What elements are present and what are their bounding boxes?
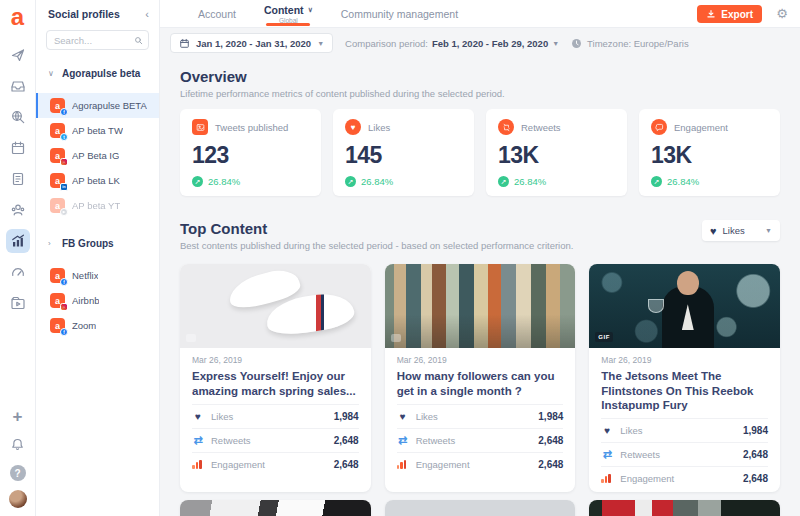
add-icon[interactable]: + <box>13 409 23 425</box>
clock-icon <box>571 38 582 49</box>
tab-account[interactable]: Account <box>184 0 250 27</box>
profile-ap-beta-tw[interactable]: AP beta TW <box>36 118 159 143</box>
search-input[interactable] <box>54 35 134 46</box>
profile-ap-beta-ig[interactable]: AP Beta IG <box>36 143 159 168</box>
youtube-badge-icon <box>60 208 68 216</box>
card-image-gatsby-gif: GIF <box>589 264 780 348</box>
trend-up-icon: ↗ <box>192 176 203 187</box>
profile-name: AP Beta IG <box>72 150 119 161</box>
chevron-down-icon: ∨ <box>48 69 55 78</box>
sort-by-dropdown[interactable]: ♥ Likes ▼ <box>702 220 780 241</box>
tab-content[interactable]: Content∨ Global <box>250 0 327 27</box>
card-title: The Jetsons Meet The Flintstones On This… <box>601 369 768 413</box>
metric-card-retweets: Retweets 13K ↗26.84% <box>486 109 627 196</box>
metric-change: 26.84% <box>514 176 546 187</box>
instagram-badge-icon <box>60 303 68 311</box>
power-reports-icon[interactable] <box>6 260 30 284</box>
overview-subtitle: Lifetime performance metrics of content … <box>180 88 780 99</box>
heart-icon: ♥ <box>601 425 613 436</box>
profile-ap-beta-yt[interactable]: AP beta YT <box>36 193 159 218</box>
profile-name: AP beta LK <box>72 175 120 186</box>
content-card-3[interactable]: GIF Mar 26, 2019 The Jetsons Meet The Fl… <box>589 264 780 492</box>
media-library-icon[interactable] <box>6 291 30 315</box>
stat-row-retweets: ⇄ Retweets 2,648 <box>192 428 359 452</box>
profile-group-agorapulse-beta[interactable]: ∨ Agorapulse beta <box>36 62 159 85</box>
help-icon[interactable]: ? <box>10 465 26 481</box>
trend-up-icon: ↗ <box>345 176 356 187</box>
photo-icon <box>192 119 208 135</box>
search-icon <box>134 35 143 46</box>
media-type-icon <box>391 334 401 342</box>
profile-search[interactable] <box>46 30 149 50</box>
report-topbar: Account Content∨ Global Community manage… <box>160 0 800 28</box>
tab-community-management[interactable]: Community management <box>327 0 472 27</box>
content-card-2[interactable]: Mar 26, 2019 How many followers can you … <box>385 264 576 492</box>
chevron-down-icon: ▼ <box>317 40 324 47</box>
heart-icon: ♥ <box>345 119 361 135</box>
report-content: Overview Lifetime performance metrics of… <box>160 58 800 516</box>
profile-avatar <box>50 98 65 113</box>
tab-label: Account <box>198 8 236 20</box>
content-card-6[interactable] <box>589 500 780 516</box>
main-panel: Account Content∨ Global Community manage… <box>160 0 800 516</box>
download-icon <box>706 9 716 19</box>
content-card-5[interactable] <box>385 500 576 516</box>
card-image-placeholder <box>385 500 576 516</box>
overview-metrics: Tweets published 123 ↗26.84% ♥ Likes 145… <box>180 109 780 196</box>
publishing-icon[interactable] <box>6 43 30 67</box>
instagram-badge-icon <box>60 158 68 166</box>
reports-icon[interactable] <box>6 229 30 253</box>
profile-name: Netflix <box>72 270 98 281</box>
date-range-picker[interactable]: Jan 1, 2020 - Jan 31, 2020 ▼ <box>170 33 333 53</box>
metric-change: 26.84% <box>361 176 393 187</box>
community-icon[interactable] <box>6 198 30 222</box>
calendar-icon[interactable] <box>6 136 30 160</box>
social-listening-icon[interactable] <box>6 105 30 129</box>
profile-group-fb-groups[interactable]: › FB Groups <box>36 232 159 255</box>
bar-chart-icon <box>397 460 409 469</box>
card-title: Express Yourself! Enjoy our amazing marc… <box>192 369 359 399</box>
content-card-1[interactable]: Mar 26, 2019 Express Yourself! Enjoy our… <box>180 264 371 492</box>
tab-label: Community management <box>341 8 458 20</box>
facebook-badge-icon <box>60 278 68 286</box>
gear-icon[interactable]: ⚙ <box>776 6 788 22</box>
card-image-grayscale <box>180 500 371 516</box>
comparison-period-select[interactable]: Comparison period: Feb 1, 2020 - Feb 29,… <box>345 38 559 49</box>
timezone-value: Europe/Paris <box>634 38 689 49</box>
profile-zoom[interactable]: Zoom <box>36 313 159 338</box>
inbox-icon[interactable] <box>6 74 30 98</box>
publishing-calendar-icon[interactable] <box>6 167 30 191</box>
group-label: Agorapulse beta <box>62 68 140 79</box>
top-content-title: Top Content <box>180 220 573 237</box>
user-avatar[interactable] <box>9 490 27 508</box>
content-card-4[interactable] <box>180 500 371 516</box>
stat-row-likes: ♥ Likes 1,984 <box>192 404 359 428</box>
profile-netflix[interactable]: Netflix <box>36 263 159 288</box>
card-image-poster-shop <box>385 264 576 348</box>
profile-agorapulse-beta[interactable]: Agorapulse BETA <box>36 93 159 118</box>
heart-icon: ♥ <box>192 411 204 422</box>
agorapulse-app: a + ? <box>0 0 800 516</box>
chevron-left-icon[interactable]: ‹ <box>145 8 149 20</box>
profile-avatar <box>50 198 65 213</box>
metric-card-tweets-published: Tweets published 123 ↗26.84% <box>180 109 321 196</box>
metric-value: 13K <box>651 142 768 169</box>
top-content-cards: Mar 26, 2019 Express Yourself! Enjoy our… <box>180 264 780 492</box>
profile-avatar <box>50 173 65 188</box>
filter-bar: Jan 1, 2020 - Jan 31, 2020 ▼ Comparison … <box>160 28 800 58</box>
profile-airbnb[interactable]: Airbnb <box>36 288 159 313</box>
overview-title: Overview <box>180 68 780 85</box>
export-button[interactable]: Export <box>697 5 762 23</box>
stat-row-retweets: ⇄ Retweets 2,648 <box>601 442 768 466</box>
linkedin-badge-icon <box>60 183 68 191</box>
timezone-label: Timezone: <box>587 38 631 49</box>
tab-label: Content <box>264 4 304 16</box>
gif-badge: GIF <box>595 332 613 342</box>
metric-value: 123 <box>192 142 309 169</box>
metric-value: 13K <box>498 142 615 169</box>
agorapulse-logo-icon[interactable]: a <box>11 5 24 29</box>
profile-ap-beta-lk[interactable]: AP beta LK <box>36 168 159 193</box>
chevron-down-icon: ▼ <box>765 227 772 234</box>
group-label: FB Groups <box>62 238 114 249</box>
notifications-bell-icon[interactable] <box>6 433 30 457</box>
